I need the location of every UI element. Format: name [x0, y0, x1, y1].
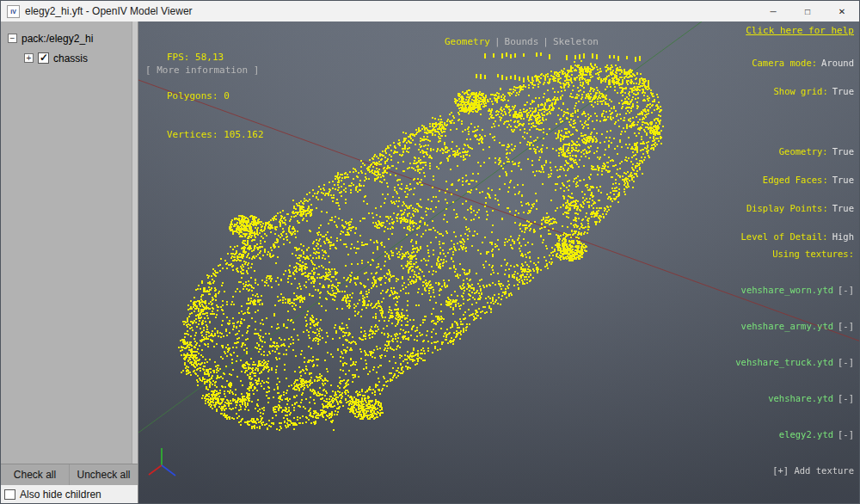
- settings-gap: [741, 115, 854, 128]
- texture-remove-button[interactable]: [-]: [838, 285, 854, 295]
- texture-name: elegy2.ytd: [779, 429, 833, 439]
- collapse-icon[interactable]: −: [8, 34, 17, 43]
- setting-value: Around: [821, 58, 854, 68]
- texture-item: elegy2.ytd[-]: [735, 428, 854, 440]
- texture-item: vehshare_worn.ytd[-]: [735, 284, 854, 296]
- close-button[interactable]: ✕: [825, 1, 859, 22]
- setting-label: Show grid:: [773, 86, 827, 96]
- main-area: − pack:/elegy2_hi + chassis Check all Un…: [1, 22, 859, 503]
- model-tree: − pack:/elegy2_hi + chassis: [1, 22, 138, 464]
- also-hide-children-label: Also hide children: [20, 489, 101, 501]
- minimize-button[interactable]: ─: [756, 1, 790, 22]
- texture-name: vehshare_army.ytd: [741, 321, 833, 331]
- polygons-stat: Polygons: 0: [167, 89, 264, 102]
- tab-separator: |: [494, 36, 501, 47]
- texture-remove-button[interactable]: [-]: [838, 429, 854, 439]
- tab-separator: |: [543, 36, 549, 47]
- setting-value: True: [832, 146, 854, 157]
- texture-remove-button[interactable]: [-]: [838, 393, 854, 403]
- titlebar: iV elegy2_hi.yft - OpenIV Model Viewer ─…: [1, 1, 859, 22]
- tab-geometry[interactable]: Geometry: [445, 36, 490, 47]
- uncheck-all-button[interactable]: Uncheck all: [69, 464, 138, 485]
- sidebar-scrollbar[interactable]: [132, 22, 138, 464]
- texture-name: vehshare_truck.ytd: [735, 357, 833, 367]
- setting-geometry[interactable]: Geometry:True: [741, 147, 854, 157]
- textures-title: Using textures:: [735, 248, 854, 260]
- tab-skeleton[interactable]: Skeleton: [553, 36, 599, 47]
- add-texture-button[interactable]: [+] Add texture: [735, 464, 854, 476]
- tree-item-chassis-label: chassis: [53, 52, 88, 65]
- model-viewport: FPS: 58,13 Polygons: 0 Vertices: 105.162…: [138, 22, 859, 503]
- tree-item-chassis[interactable]: + chassis: [1, 48, 138, 68]
- texture-name: vehshare_worn.ytd: [741, 285, 833, 295]
- tree-button-row: Check all Uncheck all: [1, 464, 138, 485]
- texture-item: vehshare_army.ytd[-]: [735, 320, 854, 332]
- expand-icon[interactable]: +: [24, 53, 34, 63]
- setting-value: True: [832, 203, 854, 213]
- window-controls: ─ □ ✕: [756, 1, 859, 22]
- setting-edged-faces[interactable]: Edged Faces:True: [741, 175, 854, 185]
- setting-label: Display Points:: [746, 203, 828, 213]
- also-hide-children-checkbox[interactable]: [4, 489, 15, 500]
- window-title: elegy2_hi.yft - OpenIV Model Viewer: [25, 5, 756, 17]
- setting-camera-mode[interactable]: Camera mode:Around: [741, 58, 854, 68]
- openiv-model-viewer-window: iV elegy2_hi.yft - OpenIV Model Viewer ─…: [0, 0, 860, 504]
- texture-item: vehshare_truck.ytd[-]: [735, 356, 854, 368]
- maximize-button[interactable]: □: [790, 1, 825, 22]
- more-information-link[interactable]: [ More information ]: [145, 65, 259, 76]
- chassis-checkbox[interactable]: [38, 52, 49, 64]
- setting-show-grid[interactable]: Show grid:True: [741, 87, 854, 96]
- texture-remove-button[interactable]: [-]: [838, 357, 854, 367]
- vertices-stat: Vertices: 105.162: [167, 128, 264, 141]
- check-all-button[interactable]: Check all: [1, 464, 69, 485]
- help-link[interactable]: Click here for help: [746, 25, 854, 36]
- setting-value: True: [832, 175, 854, 185]
- setting-label: Geometry:: [779, 146, 828, 157]
- tree-item-root-label: pack:/elegy2_hi: [22, 33, 93, 45]
- texture-remove-button[interactable]: [-]: [838, 321, 854, 331]
- setting-display-points[interactable]: Display Points:True: [741, 204, 854, 213]
- textures-panel: Using textures: vehshare_worn.ytd[-] veh…: [735, 224, 854, 501]
- app-icon: iV: [7, 5, 20, 18]
- setting-label: Edged Faces:: [763, 175, 828, 185]
- setting-label: Camera mode:: [752, 58, 817, 68]
- tree-item-root[interactable]: − pack:/elegy2_hi: [1, 28, 138, 48]
- setting-value: True: [832, 86, 854, 96]
- model-tree-sidebar: − pack:/elegy2_hi + chassis Check all Un…: [1, 22, 138, 503]
- texture-name: vehshare.ytd: [768, 393, 833, 403]
- also-hide-children-row[interactable]: Also hide children: [1, 485, 138, 503]
- texture-item: vehshare.ytd[-]: [735, 392, 854, 404]
- tab-bounds[interactable]: Bounds: [505, 36, 539, 47]
